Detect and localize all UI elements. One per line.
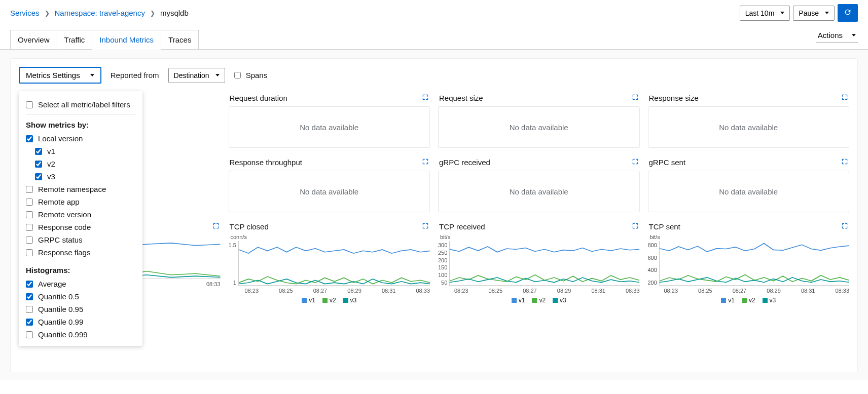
chart-request-duration: Request duration No data available (229, 92, 430, 148)
q095-checkbox[interactable] (26, 306, 33, 313)
local-version-row[interactable]: Local version (26, 132, 135, 145)
tab-inbound-metrics[interactable]: Inbound Metrics (92, 30, 161, 49)
average-row[interactable]: Average (26, 278, 135, 290)
tab-overview[interactable]: Overview (10, 30, 57, 49)
v2-row[interactable]: v2 (26, 157, 135, 170)
metrics-settings-label: Metrics Settings (26, 71, 80, 80)
legend-item-v2[interactable]: v2 (742, 297, 755, 304)
legend-item-v3[interactable]: v3 (763, 297, 776, 304)
expand-icon[interactable] (632, 222, 639, 231)
chart-tcp-received: TCP receivedbit/s3002502001501005008:230… (438, 220, 640, 304)
average-checkbox[interactable] (26, 281, 33, 288)
x-axis: 08:2308:2508:2708:2908:3108:33 (229, 288, 430, 294)
legend-item-v1[interactable]: v1 (512, 297, 525, 304)
expand-icon[interactable] (632, 94, 639, 102)
response-code-row[interactable]: Response code (26, 221, 135, 233)
plot-area (238, 241, 430, 286)
select-all-checkbox[interactable] (26, 101, 33, 108)
refresh-button[interactable] (838, 4, 858, 22)
response-flags-checkbox[interactable] (26, 249, 33, 256)
tab-traffic[interactable]: Traffic (57, 30, 93, 49)
y-unit: bit/s (648, 234, 850, 240)
caret-down-icon (852, 34, 856, 36)
metrics-settings-button[interactable]: Metrics Settings (19, 67, 101, 84)
expand-icon[interactable] (422, 158, 429, 167)
legend-item-v1[interactable]: v1 (721, 297, 735, 304)
actions-dropdown[interactable]: Actions (816, 28, 858, 43)
refresh-icon (844, 10, 852, 18)
legend-item-v1[interactable]: v1 (302, 297, 315, 304)
v3-checkbox[interactable] (35, 173, 42, 180)
expand-icon[interactable] (841, 94, 848, 102)
v2-checkbox[interactable] (35, 161, 42, 168)
expand-icon[interactable] (841, 222, 848, 231)
v3-row[interactable]: v3 (26, 170, 135, 183)
chart-title: TCP sent (648, 220, 850, 234)
q05-checkbox[interactable] (26, 293, 33, 300)
chart-title: Request size (439, 94, 483, 102)
local-version-checkbox[interactable] (26, 135, 33, 142)
legend-item-v3[interactable]: v3 (553, 297, 566, 304)
q0999-row[interactable]: Quantile 0.999 (26, 328, 135, 341)
plot-area (659, 241, 849, 286)
breadcrumb-namespace[interactable]: Namespace: travel-agency (55, 9, 145, 17)
spans-checkbox[interactable] (234, 72, 241, 78)
response-code-checkbox[interactable] (26, 224, 33, 231)
grpc-status-row[interactable]: GRPC status (26, 233, 135, 246)
q099-checkbox[interactable] (26, 319, 33, 326)
response-flags-row[interactable]: Response flags (26, 246, 135, 259)
expand-icon[interactable] (422, 94, 429, 102)
q05-row[interactable]: Quantile 0.5 (26, 290, 135, 303)
legend-item-v2[interactable]: v2 (322, 297, 336, 304)
q099-row[interactable]: Quantile 0.99 (26, 316, 135, 328)
chart-response-size: Response size No data available (648, 92, 850, 148)
no-data: No data available (438, 106, 640, 148)
expand-icon[interactable] (422, 222, 429, 231)
caret-down-icon (825, 12, 829, 14)
chart-response-throughput: Response throughput No data available (229, 156, 430, 212)
grpc-status-checkbox[interactable] (26, 237, 33, 244)
remote-version-row[interactable]: Remote version (26, 208, 135, 221)
caret-down-icon (90, 74, 94, 76)
expand-icon[interactable] (632, 158, 639, 167)
remote-app-row[interactable]: Remote app (26, 195, 135, 208)
caret-down-icon (780, 12, 784, 14)
chevron-right-icon: ❯ (45, 10, 50, 17)
remote-namespace-checkbox[interactable] (26, 186, 33, 193)
remote-namespace-row[interactable]: Remote namespace (26, 183, 135, 195)
spans-label: Spans (246, 71, 268, 80)
expand-icon[interactable] (212, 222, 220, 231)
chart-title: Response size (649, 94, 699, 102)
tabs: Overview Traffic Inbound Metrics Traces (0, 30, 868, 50)
plot-area (449, 241, 639, 286)
legend-item-v2[interactable]: v2 (532, 297, 546, 304)
breadcrumb: Services ❯ Namespace: travel-agency ❯ my… (10, 9, 189, 17)
breadcrumb-services[interactable]: Services (10, 9, 40, 17)
remote-app-checkbox[interactable] (26, 199, 33, 206)
q095-row[interactable]: Quantile 0.95 (26, 303, 135, 316)
legend: v1v2v3 (648, 297, 850, 304)
v1-checkbox[interactable] (35, 148, 42, 155)
reported-from-dropdown[interactable]: Destination (168, 68, 225, 83)
tab-traces[interactable]: Traces (161, 30, 199, 49)
no-data: No data available (648, 106, 850, 148)
legend: v1v2v3 (438, 297, 640, 304)
remote-version-checkbox[interactable] (26, 211, 33, 218)
pause-label: Pause (799, 9, 819, 17)
q0999-checkbox[interactable] (26, 331, 33, 338)
legend-item-v3[interactable]: v3 (343, 297, 357, 304)
caret-down-icon (215, 74, 220, 76)
spans-checkbox-row[interactable]: Spans (234, 71, 268, 80)
pause-dropdown[interactable]: Pause (793, 6, 835, 21)
expand-icon[interactable] (841, 158, 848, 167)
y-unit: conn/s (229, 234, 430, 240)
charts-grid: . . Request duration No data available R… (19, 92, 849, 304)
time-range-dropdown[interactable]: Last 10m (740, 6, 790, 21)
select-all-row[interactable]: Select all metric/label filters (26, 98, 135, 111)
v1-row[interactable]: v1 (26, 145, 135, 157)
chart-grpc-received: gRPC received No data available (438, 156, 640, 212)
chart-title: gRPC received (439, 158, 490, 167)
chart-title: Response throughput (230, 158, 302, 167)
reported-from-label: Reported from (111, 71, 159, 80)
actions-label: Actions (818, 31, 843, 40)
